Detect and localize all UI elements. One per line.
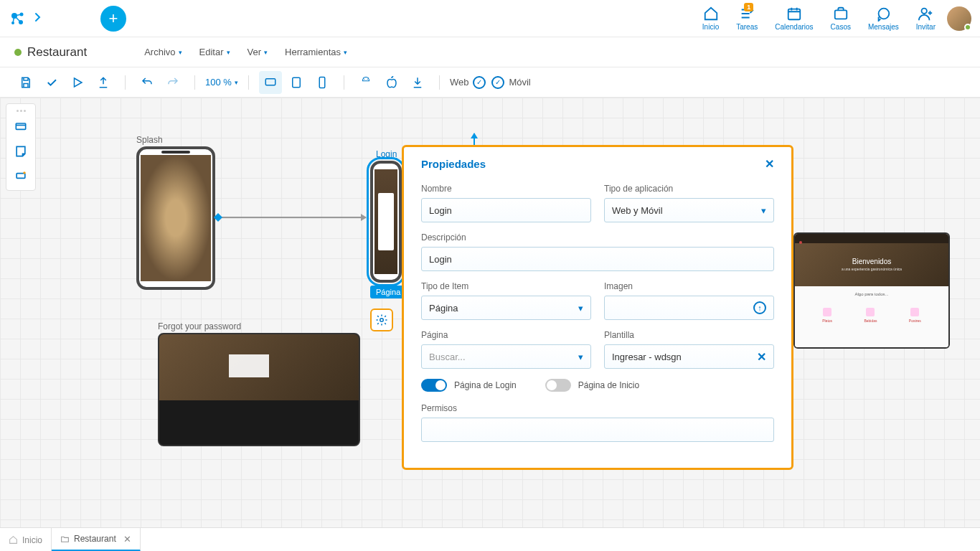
menu-archivo[interactable]: Archivo▾ [144,47,182,57]
preview-mobile-toggle[interactable]: ✓ Móvil [491,76,530,89]
device-desktop-button[interactable] [259,71,282,94]
toggle-home-page[interactable] [545,379,571,392]
chat-icon [875,6,891,22]
screen-node-login[interactable] [370,161,402,283]
svg-rect-4 [788,9,801,20]
caret-down-icon: ▾ [578,352,583,362]
android-button[interactable] [354,71,377,94]
close-tab-icon[interactable]: ✕ [123,534,131,545]
caret-down-icon: ▾ [227,49,230,56]
online-status-icon [964,24,971,31]
panel-close-button[interactable]: ✕ [765,157,774,171]
nav-cases[interactable]: Casos [831,6,851,31]
svg-rect-5 [835,10,847,19]
device-tablet-button[interactable] [285,71,308,94]
check-button[interactable] [40,71,63,94]
check-circle-icon: ✓ [473,76,486,89]
caret-down-icon: ▾ [179,49,182,56]
select-plantilla[interactable]: Ingresar - wdsgn ✕ [604,344,774,369]
new-button[interactable]: + [100,6,126,32]
screen-node-home[interactable]: Bienvenidos a una experiencia gastronómi… [793,232,950,349]
node-label-forgot: Forgot your password [158,321,241,331]
tasks-badge: 1 [744,3,753,11]
label-pagina: Página [421,330,591,340]
svg-point-14 [23,171,25,174]
check-circle-icon: ✓ [491,76,504,89]
panel-title: Propiedades [421,158,486,170]
user-avatar[interactable] [947,6,971,31]
screen-node-splash[interactable] [136,146,215,290]
nav-invite[interactable]: Invitar [916,6,936,31]
nav-tasks[interactable]: 1 Tareas [736,6,758,31]
app-logo[interactable] [9,10,26,27]
calendar-icon [786,6,802,22]
redo-button[interactable] [161,71,184,94]
caret-down-icon: ▾ [264,49,268,56]
save-button[interactable] [14,71,37,94]
caret-down-icon: ▾ [578,303,583,314]
menu-editar[interactable]: Editar▾ [199,47,230,57]
svg-rect-7 [265,78,275,85]
node-label-splash: Splash [136,135,163,145]
bottom-tab-home[interactable]: Inicio [0,528,52,551]
label-descripcion: Descripción [421,232,774,242]
screen-node-forgot-password[interactable] [158,333,360,446]
menu-ver[interactable]: Ver▾ [248,47,268,57]
properties-panel: Propiedades ✕ Nombre Tipo de aplicación … [402,145,793,470]
project-title: Restaurant [27,45,87,60]
label-imagen: Imagen [604,281,774,291]
label-tipo-item: Tipo de Item [421,281,591,291]
share-button[interactable] [92,71,115,94]
ios-button[interactable] [380,71,403,94]
upload-imagen[interactable]: ↑ [604,296,774,320]
expand-sidebar-icon[interactable] [34,12,42,24]
clear-plantilla-icon[interactable]: ✕ [757,350,766,364]
toggle-login-page[interactable] [421,379,447,392]
nav-calendars[interactable]: Calendarios [775,6,813,31]
label-permisos: Permisos [421,403,774,413]
play-button[interactable] [66,71,89,94]
svg-rect-12 [16,123,25,129]
caret-down-icon: ▾ [761,205,766,216]
svg-point-6 [922,9,927,14]
svg-point-15 [380,319,384,322]
home-icon [703,6,719,22]
device-mobile-button[interactable] [311,71,334,94]
input-nombre[interactable] [421,198,591,222]
svg-point-10 [364,78,364,79]
folder-icon [60,534,70,544]
nav-home[interactable]: Inicio [702,6,719,31]
briefcase-icon [833,6,849,22]
undo-button[interactable] [136,71,159,94]
component-tool-button[interactable] [9,164,32,187]
input-descripcion[interactable] [421,247,774,271]
select-pagina[interactable]: Buscar... ▾ [421,344,591,369]
node-tag-pagina: Página [370,286,406,298]
zoom-select[interactable]: 100 %▾ [205,77,238,88]
svg-point-11 [367,78,368,79]
note-tool-button[interactable] [9,140,32,163]
svg-rect-9 [319,77,325,88]
canvas-tools-palette[interactable] [6,103,36,191]
download-button[interactable] [406,71,429,94]
upload-icon: ↑ [753,301,766,314]
svg-rect-13 [17,174,25,179]
select-tipo-item[interactable]: Página ▾ [421,296,591,320]
select-tipo-app[interactable]: Web y Móvil ▾ [604,198,774,222]
project-status-dot [14,49,22,56]
caret-down-icon: ▾ [344,49,347,56]
nav-messages[interactable]: Mensajes [868,6,899,31]
node-settings-button[interactable] [370,309,393,331]
bottom-tab-project[interactable]: Restaurant ✕ [52,528,141,551]
svg-rect-8 [293,77,301,88]
screen-tool-button[interactable] [9,116,32,138]
invite-icon [918,6,933,22]
preview-web-toggle[interactable]: Web ✓ [450,76,486,89]
node-label-login[interactable]: Login [376,149,397,159]
label-nombre: Nombre [421,184,591,194]
menu-herramientas[interactable]: Herramientas▾ [285,47,347,57]
input-permisos[interactable] [421,418,774,442]
label-tipo-app: Tipo de aplicación [604,184,774,194]
caret-down-icon: ▾ [235,79,238,86]
label-plantilla: Plantilla [604,330,774,340]
